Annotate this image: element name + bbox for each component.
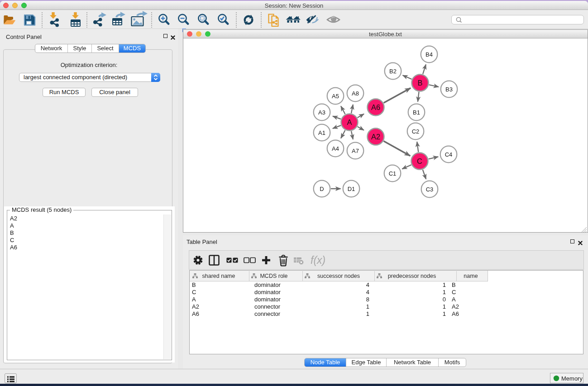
svg-text:A6: A6 xyxy=(371,103,380,111)
svg-text:A: A xyxy=(347,118,352,126)
svg-text:A4: A4 xyxy=(332,145,339,152)
svg-text:C2: C2 xyxy=(412,128,420,135)
svg-text:Memory: Memory xyxy=(561,375,583,382)
svg-text:B: B xyxy=(417,79,422,87)
svg-text:A7: A7 xyxy=(352,148,359,154)
svg-text:A2: A2 xyxy=(371,133,380,141)
svg-text:B3: B3 xyxy=(445,86,453,93)
svg-text:C4: C4 xyxy=(445,151,453,158)
svg-text:B1: B1 xyxy=(413,109,420,116)
svg-text:D1: D1 xyxy=(348,186,355,192)
svg-text:A5: A5 xyxy=(332,93,339,100)
svg-text:B2: B2 xyxy=(389,68,397,75)
svg-text:C: C xyxy=(417,157,422,165)
svg-text:A1: A1 xyxy=(318,129,325,136)
svg-text:B4: B4 xyxy=(425,51,433,58)
svg-text:C1: C1 xyxy=(389,170,397,177)
svg-text:C3: C3 xyxy=(426,186,434,193)
svg-text:f(x): f(x) xyxy=(311,254,325,266)
svg-text:A3: A3 xyxy=(318,109,325,116)
svg-text:A8: A8 xyxy=(352,90,359,97)
svg-text:D: D xyxy=(320,186,324,192)
